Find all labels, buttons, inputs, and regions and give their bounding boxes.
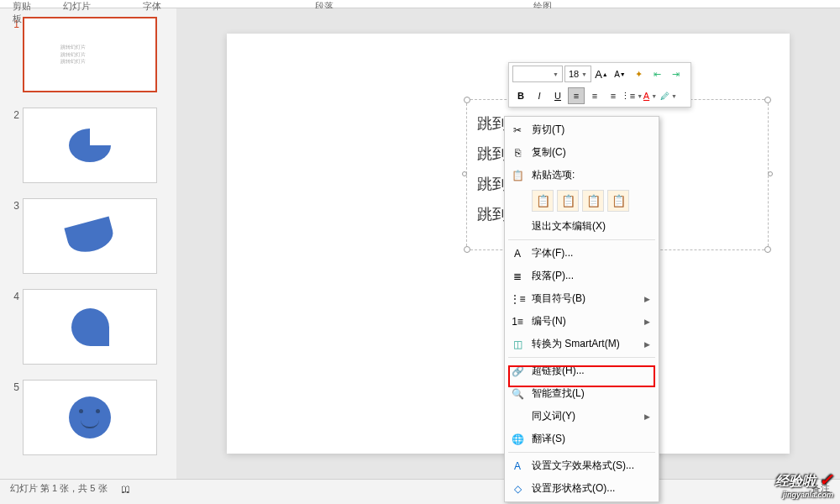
menu-synonyms[interactable]: 同义词(Y)▶ <box>505 405 659 428</box>
font-size-combo[interactable]: 18▼ <box>564 66 591 82</box>
slide-thumbnail-panel[interactable]: 1 跳转幻灯片 跳转幻灯片 跳转幻灯片 2 3 4 5 <box>0 8 176 479</box>
thumbnail-number: 4 <box>4 289 19 365</box>
translate-icon: 🌐 <box>510 433 525 446</box>
paste-text-button[interactable]: 📋 <box>607 190 629 212</box>
ribbon-header: 剪贴板 幻灯片 字体 段落 绘图 <box>0 0 840 8</box>
thumbnail-number: 2 <box>4 108 19 183</box>
bullets-icon: ⋮≡ <box>510 292 525 306</box>
menu-paste-options: 📋粘贴选项: <box>505 164 659 186</box>
check-icon: ✓ <box>819 470 833 489</box>
highlight-button[interactable]: 🖉▼ <box>660 87 677 104</box>
menu-bullets[interactable]: ⋮≡项目符号(B)▶ <box>505 287 659 310</box>
thumbnail-item[interactable]: 4 <box>4 289 172 365</box>
menu-translate[interactable]: 🌐翻译(S) <box>505 428 659 450</box>
thumbnail-item[interactable]: 3 <box>4 198 172 274</box>
menu-paragraph[interactable]: ≣段落(P)... <box>505 265 659 287</box>
submenu-arrow-icon: ▶ <box>644 340 650 349</box>
italic-button[interactable]: I <box>531 87 548 104</box>
paste-icon: 📋 <box>510 169 525 182</box>
menu-copy[interactable]: ⎘复制(C) <box>505 141 659 164</box>
align-left-button[interactable]: ≡ <box>568 87 585 104</box>
resize-handle[interactable] <box>764 97 771 103</box>
smartart-icon: ◫ <box>510 338 525 351</box>
ribbon-group-slides: 幻灯片 <box>50 0 130 8</box>
menu-exit-text-edit[interactable]: 退出文本编辑(X) <box>505 215 659 238</box>
mini-toolbar-row1: ▼ 18▼ A▲ A▼ ✦ ⇤ ⇥ <box>509 63 690 85</box>
paste-picture-button[interactable]: 📋 <box>582 190 604 212</box>
thumbnail-slide-5[interactable] <box>23 380 157 455</box>
submenu-arrow-icon: ▶ <box>644 295 650 303</box>
bullets-button[interactable]: ⋮≡▼ <box>623 87 640 104</box>
menu-separator <box>508 239 655 240</box>
thumbnail-slide-1[interactable]: 跳转幻灯片 跳转幻灯片 跳转幻灯片 <box>23 17 157 92</box>
menu-smartart[interactable]: ◫转换为 SmartArt(M)▶ <box>505 333 659 355</box>
thumbnail-number: 1 <box>4 17 19 92</box>
smiley-shape-icon <box>69 396 111 438</box>
decrease-font-button[interactable]: A▼ <box>612 66 628 82</box>
drop-shape-icon <box>71 308 109 346</box>
underline-button[interactable]: U <box>549 87 566 104</box>
lookup-icon: 🔍 <box>510 387 525 401</box>
thumbnail-slide-3[interactable] <box>23 198 157 274</box>
slide-counter[interactable]: 幻灯片 第 1 张，共 5 张 <box>10 482 108 495</box>
resize-handle[interactable] <box>764 246 771 253</box>
menu-text-effects[interactable]: A设置文字效果格式(S)... <box>505 454 659 477</box>
shape-format-icon: ◇ <box>510 482 525 496</box>
cut-icon: ✂ <box>510 123 525 137</box>
thumbnail-content: 跳转幻灯片 跳转幻灯片 跳转幻灯片 <box>60 44 86 65</box>
dropdown-arrow-icon: ▼ <box>553 71 559 77</box>
thumbnail-number: 5 <box>4 380 19 455</box>
bold-button[interactable]: B <box>512 87 529 104</box>
menu-separator <box>508 452 655 453</box>
resize-handle[interactable] <box>464 97 470 103</box>
thumbnail-item[interactable]: 2 <box>4 108 172 183</box>
thumbnail-slide-4[interactable] <box>23 289 157 365</box>
thumbnail-number: 3 <box>4 198 19 274</box>
menu-shape-format[interactable]: ◇设置形状格式(O)... <box>505 477 659 500</box>
paste-keep-source-button[interactable]: 📋 <box>532 190 554 212</box>
menu-numbering[interactable]: 1≡编号(N)▶ <box>505 310 659 333</box>
format-painter-button[interactable]: ✦ <box>630 66 647 82</box>
thumbnail-item[interactable]: 1 跳转幻灯片 跳转幻灯片 跳转幻灯片 <box>4 17 172 92</box>
pie-shape-icon <box>69 129 111 162</box>
ribbon-group-drawing: 绘图 <box>521 0 840 8</box>
mini-toolbar-row2: B I U ≡ ≡ ≡ ⋮≡▼ A▼ 🖉▼ <box>509 85 690 107</box>
menu-cut[interactable]: ✂剪切(T) <box>505 118 659 141</box>
notes-button[interactable]: 🕮 <box>121 484 130 494</box>
outdent-button[interactable]: ⇥ <box>667 66 684 82</box>
resize-handle[interactable] <box>464 246 470 253</box>
hyperlink-icon: 🔗 <box>510 365 525 378</box>
text-format-icon: A <box>510 459 525 473</box>
font-family-combo[interactable]: ▼ <box>512 66 563 82</box>
dropdown-arrow-icon: ▼ <box>581 71 587 77</box>
ribbon-group-font: 字体 <box>130 0 302 8</box>
font-icon: A <box>510 247 525 260</box>
submenu-arrow-icon: ▶ <box>644 412 650 421</box>
paragraph-icon: ≣ <box>510 270 525 283</box>
font-color-button[interactable]: A▼ <box>642 87 659 104</box>
ribbon-group-paragraph: 段落 <box>302 0 521 8</box>
menu-hyperlink[interactable]: 🔗超链接(H)... <box>505 360 659 382</box>
context-menu[interactable]: ✂剪切(T) ⎘复制(C) 📋粘贴选项: 📋 📋 📋 📋 退出文本编辑(X) A… <box>504 116 659 502</box>
resize-handle[interactable] <box>462 171 467 176</box>
ribbon-group-clipboard: 剪贴板 <box>0 0 50 8</box>
watermark: 经验啦 ✓ jingyanla.com <box>775 470 833 499</box>
increase-font-button[interactable]: A▲ <box>593 66 610 82</box>
submenu-arrow-icon: ▶ <box>644 318 650 326</box>
menu-smart-lookup[interactable]: 🔍智能查找(L) <box>505 382 659 405</box>
copy-icon: ⎘ <box>510 146 525 160</box>
align-center-button[interactable]: ≡ <box>586 87 603 104</box>
paste-merge-button[interactable]: 📋 <box>557 190 579 212</box>
paste-options-row: 📋 📋 📋 📋 <box>505 186 659 215</box>
half-shape-icon <box>64 216 116 256</box>
menu-separator <box>508 357 655 358</box>
align-right-button[interactable]: ≡ <box>605 87 622 104</box>
indent-button[interactable]: ⇤ <box>648 66 665 82</box>
thumbnail-slide-2[interactable] <box>23 108 157 183</box>
mini-toolbar[interactable]: ▼ 18▼ A▲ A▼ ✦ ⇤ ⇥ B I U ≡ ≡ ≡ ⋮≡▼ A▼ 🖉▼ <box>508 62 691 108</box>
menu-font[interactable]: A字体(F)... <box>505 242 659 265</box>
numbering-icon: 1≡ <box>510 315 525 328</box>
resize-handle[interactable] <box>768 171 773 176</box>
thumbnail-item[interactable]: 5 <box>4 380 172 455</box>
status-bar: 幻灯片 第 1 张，共 5 张 🕮 备注 <box>0 479 840 497</box>
